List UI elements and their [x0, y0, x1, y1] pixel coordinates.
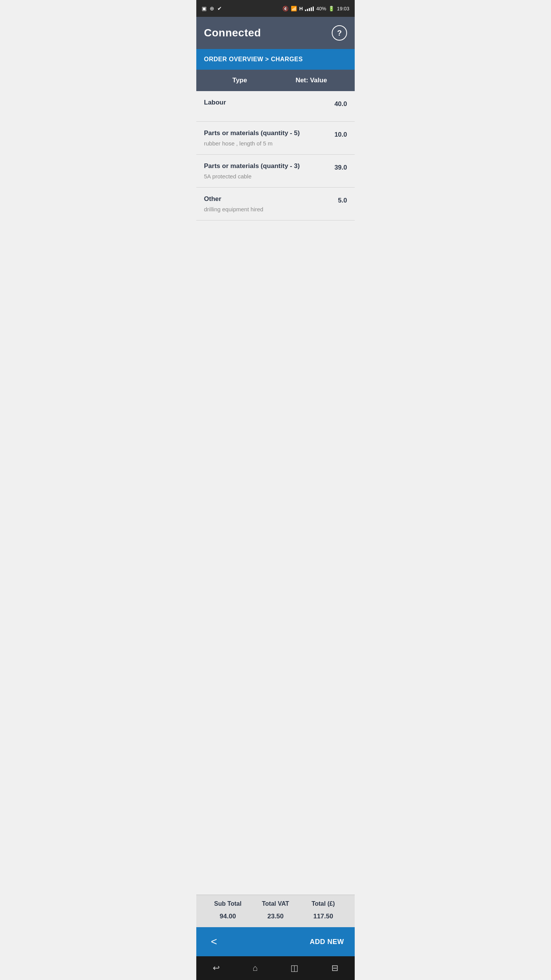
breadcrumb: ORDER OVERVIEW > CHARGES: [196, 49, 355, 70]
add-new-button[interactable]: ADD NEW: [310, 938, 344, 946]
signal-bars: [305, 6, 314, 11]
charge-value-parts-3: 39.0: [324, 162, 347, 172]
wifi-icon: 📶: [291, 6, 297, 11]
action-bar: < ADD NEW: [196, 927, 355, 956]
table-header: Type Net: Value: [196, 70, 355, 91]
nav-home-icon[interactable]: ⌂: [253, 963, 258, 973]
status-right-info: 🔇 📶 H 40% 🔋 19:03: [282, 6, 349, 11]
app-header: Connected ?: [196, 17, 355, 49]
sub-total-value: 94.00: [204, 913, 252, 920]
charge-row-other[interactable]: Other drilling equipment hired 5.0: [196, 188, 355, 220]
status-left-icons: ▣ ⊕ ✔: [202, 5, 222, 11]
charge-value-parts-5: 10.0: [324, 129, 347, 139]
back-icon: <: [211, 936, 217, 947]
charge-value-labour: 40.0: [324, 99, 347, 108]
charge-type-parts-5: Parts or materials (quantity - 5): [204, 129, 320, 137]
charge-info-parts-5: Parts or materials (quantity - 5) rubber…: [204, 129, 324, 147]
mute-icon: 🔇: [282, 6, 289, 11]
charge-type-other: Other: [204, 195, 320, 203]
network-type-icon: H: [299, 6, 303, 11]
time: 19:03: [337, 6, 349, 11]
charge-type-parts-3: Parts or materials (quantity - 3): [204, 162, 320, 170]
vat-value: 23.50: [252, 913, 300, 920]
shield-icon: ⊕: [210, 5, 214, 11]
check-icon: ✔: [217, 5, 222, 11]
summary-section: Sub Total Total VAT Total (£) 94.00 23.5…: [196, 895, 355, 927]
summary-header: Sub Total Total VAT Total (£): [196, 895, 355, 910]
total-value: 117.50: [299, 913, 347, 920]
charge-info-parts-3: Parts or materials (quantity - 3) 5A pro…: [204, 162, 324, 180]
charge-info-labour: Labour: [204, 99, 324, 109]
charge-desc-other: drilling equipment hired: [204, 206, 320, 212]
summary-values: 94.00 23.50 117.50: [196, 910, 355, 927]
breadcrumb-text: ORDER OVERVIEW > CHARGES: [204, 56, 303, 62]
battery-percentage: 40%: [316, 6, 326, 11]
charge-type-labour: Labour: [204, 99, 320, 106]
charge-row-labour[interactable]: Labour 40.0: [196, 91, 355, 122]
charges-list: Labour 40.0 Parts or materials (quantity…: [196, 91, 355, 895]
vat-label: Total VAT: [252, 900, 300, 907]
col-type-header: Type: [204, 77, 276, 84]
charge-info-other: Other drilling equipment hired: [204, 195, 324, 212]
sub-total-label: Sub Total: [204, 900, 252, 907]
charge-row-parts-3[interactable]: Parts or materials (quantity - 3) 5A pro…: [196, 155, 355, 188]
help-icon: ?: [337, 29, 342, 38]
android-nav-bar: ↩ ⌂ ◫ ⊟: [196, 956, 355, 980]
nav-back-icon[interactable]: ↩: [213, 963, 220, 973]
page-title: Connected: [204, 27, 261, 39]
help-button[interactable]: ?: [332, 25, 347, 41]
total-label: Total (£): [299, 900, 347, 907]
charge-value-other: 5.0: [324, 195, 347, 204]
charge-desc-parts-3: 5A protected cable: [204, 173, 320, 180]
battery-icon: 🔋: [328, 6, 334, 11]
nav-menu-icon[interactable]: ⊟: [331, 963, 338, 973]
charge-row-parts-5[interactable]: Parts or materials (quantity - 5) rubber…: [196, 122, 355, 155]
col-value-header: Net: Value: [276, 77, 347, 84]
status-bar: ▣ ⊕ ✔ 🔇 📶 H 40% 🔋 19:03: [196, 0, 355, 17]
back-button[interactable]: <: [207, 934, 221, 949]
nav-recents-icon[interactable]: ◫: [290, 963, 298, 973]
charge-desc-parts-5: rubber hose , length of 5 m: [204, 140, 320, 147]
phone-icon: ▣: [202, 5, 207, 11]
